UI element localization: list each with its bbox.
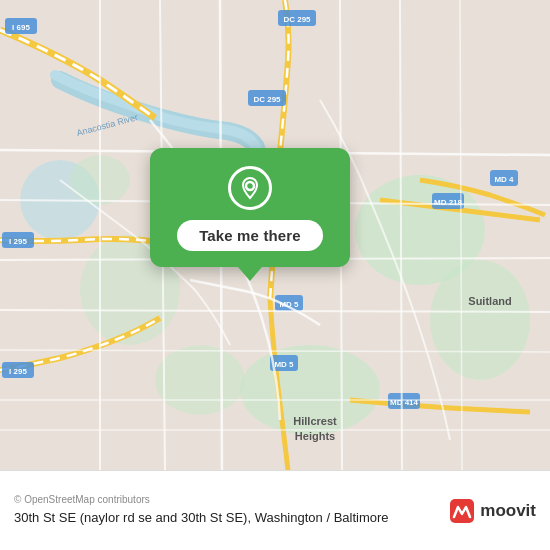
moovit-icon — [448, 497, 476, 525]
take-me-there-button[interactable]: Take me there — [177, 220, 323, 251]
address-text: 30th St SE (naylor rd se and 30th St SE)… — [14, 509, 438, 527]
svg-text:I 295: I 295 — [9, 367, 27, 376]
location-pin-icon — [228, 166, 272, 210]
info-bar: © OpenStreetMap contributors 30th St SE … — [0, 470, 550, 550]
svg-text:I 695: I 695 — [12, 23, 30, 32]
svg-text:DC 295: DC 295 — [253, 95, 281, 104]
svg-text:MD 218: MD 218 — [434, 198, 463, 207]
svg-point-7 — [155, 345, 245, 415]
svg-point-2 — [430, 260, 530, 380]
svg-rect-46 — [450, 499, 474, 523]
svg-text:MD 5: MD 5 — [274, 360, 294, 369]
attribution-text: © OpenStreetMap contributors — [14, 494, 438, 505]
map-view: I 695 DC 295 DC 295 I 295 I 295 MD 5 MD … — [0, 0, 550, 470]
svg-text:Heights: Heights — [295, 430, 335, 442]
moovit-text: moovit — [480, 501, 536, 521]
svg-text:Suitland: Suitland — [468, 295, 511, 307]
svg-text:I 295: I 295 — [9, 237, 27, 246]
moovit-logo: moovit — [448, 497, 536, 525]
svg-text:MD 4: MD 4 — [494, 175, 514, 184]
location-tooltip: Take me there — [150, 148, 350, 267]
svg-text:DC 295: DC 295 — [283, 15, 311, 24]
svg-text:Hillcrest: Hillcrest — [293, 415, 337, 427]
svg-point-45 — [246, 182, 254, 190]
address-block: © OpenStreetMap contributors 30th St SE … — [14, 494, 438, 527]
